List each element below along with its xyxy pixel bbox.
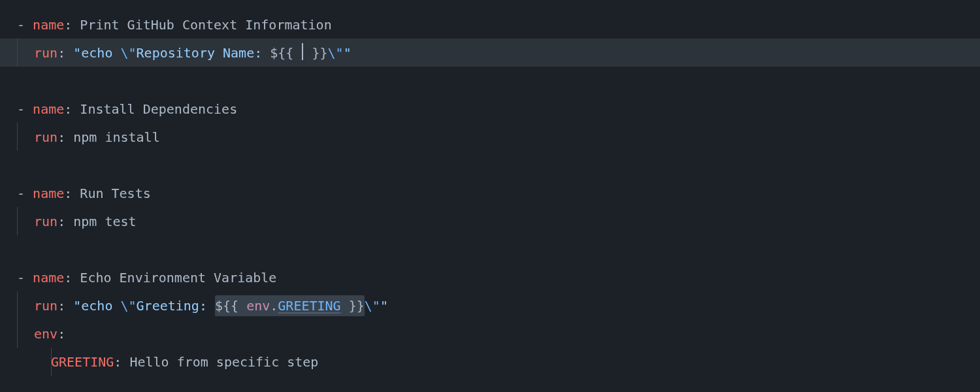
expression-open: ${{ bbox=[215, 298, 246, 314]
expression-close: }} bbox=[304, 43, 327, 63]
expression-open: ${{ bbox=[270, 43, 301, 63]
indent-guide bbox=[51, 348, 52, 376]
yaml-colon: : bbox=[57, 324, 65, 344]
empty-line[interactable] bbox=[0, 235, 980, 263]
run-text: Greeting: bbox=[137, 296, 215, 316]
yaml-key-run: run bbox=[34, 296, 57, 316]
run-string-close: " bbox=[344, 43, 351, 63]
expression-highlight: ${{ env.GREETING }} bbox=[215, 295, 365, 316]
yaml-line[interactable]: - name: Echo Environment Variable bbox=[0, 263, 980, 291]
yaml-line[interactable]: GREETING: Hello from specific step bbox=[0, 348, 980, 376]
escape-quote: \" bbox=[328, 43, 344, 63]
expression-var: env bbox=[246, 298, 270, 314]
run-string-open: "echo bbox=[73, 43, 120, 63]
yaml-colon: : bbox=[114, 352, 129, 372]
indent-guide bbox=[17, 123, 18, 151]
yaml-key-env: env bbox=[34, 324, 57, 344]
text-cursor bbox=[302, 43, 303, 60]
run-text: Repository Name: bbox=[137, 43, 270, 63]
empty-line[interactable] bbox=[0, 67, 980, 95]
escape-quote: \" bbox=[120, 296, 136, 316]
env-value: Hello from specific step bbox=[129, 352, 318, 372]
yaml-key-name: name bbox=[33, 99, 64, 119]
list-dash: - bbox=[17, 184, 33, 203]
yaml-line[interactable]: run: npm test bbox=[0, 207, 980, 235]
step-name-value: Install Dependencies bbox=[80, 99, 237, 119]
expression-prop: GREETING bbox=[278, 298, 340, 314]
yaml-colon: : bbox=[64, 268, 80, 287]
expression-close: }} bbox=[341, 298, 365, 314]
indent-guide bbox=[17, 207, 18, 235]
yaml-key-run: run bbox=[34, 43, 57, 63]
step-name-value: Print GitHub Context Information bbox=[80, 15, 331, 35]
code-editor[interactable]: - name: Print GitHub Context Information… bbox=[0, 10, 980, 376]
escape-quote: \" bbox=[365, 296, 380, 316]
yaml-env-key: GREETING bbox=[51, 352, 114, 372]
expression-dot: . bbox=[270, 298, 278, 314]
yaml-colon: : bbox=[64, 15, 80, 35]
yaml-colon: : bbox=[57, 43, 73, 63]
indent-guide bbox=[17, 291, 18, 319]
yaml-line[interactable]: - name: Run Tests bbox=[0, 179, 980, 207]
yaml-colon: : bbox=[57, 127, 73, 147]
yaml-colon: : bbox=[57, 212, 73, 231]
yaml-colon: : bbox=[64, 99, 80, 119]
yaml-line[interactable]: run: "echo \"Greeting: ${{ env.GREETING … bbox=[0, 291, 980, 319]
step-name-value: Echo Environment Variable bbox=[80, 268, 276, 287]
yaml-line[interactable]: - name: Install Dependencies bbox=[0, 95, 980, 123]
list-dash: - bbox=[17, 15, 33, 35]
yaml-key-name: name bbox=[33, 184, 64, 203]
yaml-key-name: name bbox=[33, 268, 64, 287]
yaml-line[interactable]: env: bbox=[0, 319, 980, 348]
empty-line[interactable] bbox=[0, 151, 980, 179]
list-dash: - bbox=[17, 99, 33, 119]
yaml-colon: : bbox=[57, 296, 73, 316]
yaml-line[interactable]: run: npm install bbox=[0, 123, 980, 151]
yaml-key-run: run bbox=[34, 127, 57, 147]
indent-guide bbox=[17, 319, 18, 348]
yaml-line[interactable]: - name: Print GitHub Context Information bbox=[0, 10, 980, 39]
run-string-open: "echo bbox=[73, 296, 120, 316]
run-command: npm test bbox=[73, 212, 136, 231]
escape-quote: \" bbox=[120, 43, 136, 63]
run-string-close: " bbox=[380, 296, 388, 316]
run-command: npm install bbox=[73, 127, 159, 147]
indent-guide bbox=[17, 39, 18, 67]
yaml-line-active[interactable]: run: "echo \"Repository Name: ${{ }}\"" bbox=[0, 39, 980, 67]
yaml-key-run: run bbox=[34, 212, 57, 231]
yaml-key-name: name bbox=[33, 15, 64, 35]
step-name-value: Run Tests bbox=[80, 184, 150, 203]
yaml-colon: : bbox=[64, 184, 80, 203]
list-dash: - bbox=[17, 268, 33, 287]
